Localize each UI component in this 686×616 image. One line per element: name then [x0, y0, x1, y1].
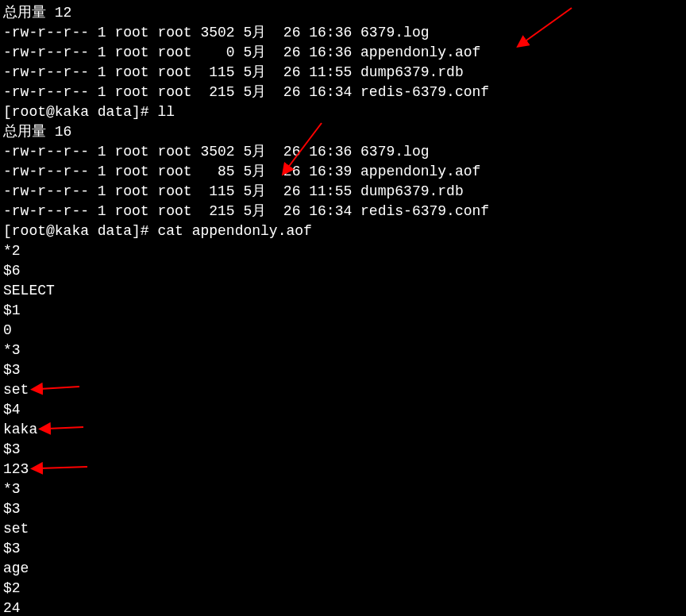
terminal-line: 123	[3, 460, 683, 479]
terminal-line: $4	[3, 400, 683, 420]
terminal-line: *3	[3, 341, 683, 360]
terminal-line: $3	[3, 440, 683, 460]
terminal-line: -rw-r--r-- 1 root root 115 5月 26 11:55 d…	[3, 63, 683, 83]
terminal-line: *2	[3, 241, 683, 261]
terminal-line: set	[3, 519, 683, 539]
terminal-line: [root@kaka data]# cat appendonly.aof	[3, 221, 683, 241]
terminal-line: -rw-r--r-- 1 root root 0 5月 26 16:36 app…	[3, 43, 683, 63]
terminal-line: $3	[3, 360, 683, 380]
terminal-line: SELECT	[3, 281, 683, 301]
terminal-line: -rw-r--r-- 1 root root 115 5月 26 11:55 d…	[3, 182, 683, 202]
terminal-line: -rw-r--r-- 1 root root 215 5月 26 16:34 r…	[3, 83, 683, 102]
terminal-line: 24	[3, 599, 683, 616]
terminal-line: [root@kaka data]# ll	[3, 102, 683, 122]
terminal-line: 总用量 12	[3, 3, 683, 23]
terminal-line: $3	[3, 539, 683, 559]
terminal-line: $3	[3, 499, 683, 519]
terminal-line: 总用量 16	[3, 122, 683, 142]
terminal-line: $1	[3, 301, 683, 321]
terminal-line: set	[3, 380, 683, 400]
terminal-line: 0	[3, 321, 683, 341]
terminal-line: -rw-r--r-- 1 root root 3502 5月 26 16:36 …	[3, 23, 683, 43]
terminal-line: age	[3, 559, 683, 579]
terminal-line: *3	[3, 479, 683, 499]
terminal-line: kaka	[3, 420, 683, 440]
terminal-line: $2	[3, 579, 683, 599]
terminal-line: -rw-r--r-- 1 root root 85 5月 26 16:39 ap…	[3, 162, 683, 182]
terminal-output: 总用量 12-rw-r--r-- 1 root root 3502 5月 26 …	[3, 3, 683, 616]
terminal-line: $6	[3, 261, 683, 281]
terminal-line: -rw-r--r-- 1 root root 215 5月 26 16:34 r…	[3, 202, 683, 221]
terminal-line: -rw-r--r-- 1 root root 3502 5月 26 16:36 …	[3, 142, 683, 162]
